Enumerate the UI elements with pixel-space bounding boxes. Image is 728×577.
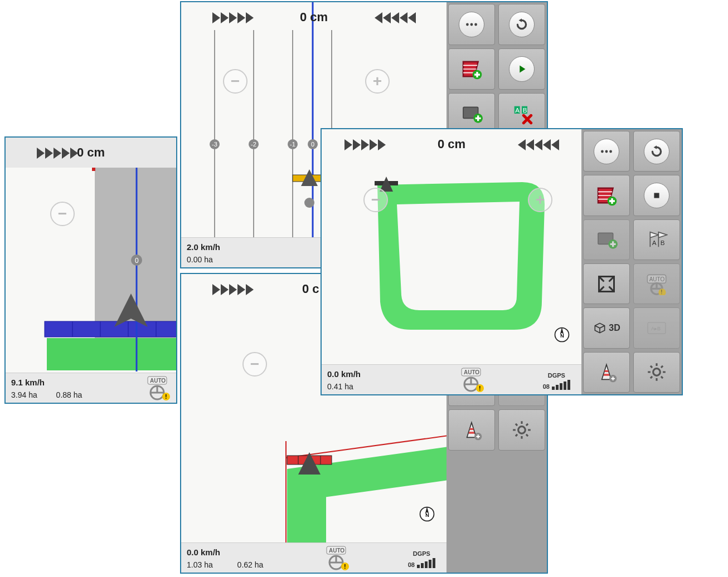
- zoom-in-button[interactable]: +: [528, 188, 552, 212]
- area-readout: 0.00 ha: [187, 255, 213, 264]
- add-screen-button-disabled: [583, 219, 630, 260]
- ab-flag-button[interactable]: [633, 219, 680, 260]
- deviation-arrows-right: [374, 9, 416, 27]
- svg-rect-54: [45, 321, 176, 337]
- deviation-arrows-left: [212, 281, 254, 299]
- settings-button[interactable]: [633, 352, 680, 393]
- svg-text:0: 0: [311, 141, 314, 148]
- zoom-out-button[interactable]: −: [223, 69, 247, 94]
- svg-text:-3: -3: [212, 141, 217, 148]
- svg-point-40: [304, 198, 314, 208]
- speed-readout: 2.0 km/h: [187, 242, 321, 252]
- obstacle-button[interactable]: [583, 352, 630, 393]
- deviation-value: 0 c: [302, 282, 319, 296]
- area-total: 3.94 ha: [11, 390, 37, 399]
- zoom-in-button[interactable]: +: [365, 69, 390, 94]
- dgps-status: DGPS 08: [543, 372, 570, 390]
- map-view-2[interactable]: 0 − 0 cm 9.1 km/h 3.94 ha 0.88 ha: [6, 138, 176, 403]
- compass-icon: [418, 505, 436, 524]
- back-button[interactable]: [633, 131, 680, 172]
- more-button[interactable]: [583, 131, 630, 172]
- add-field-button[interactable]: [583, 175, 630, 216]
- fullscreen-button[interactable]: [583, 263, 630, 304]
- stop-button[interactable]: [633, 175, 680, 216]
- window-section-control: 0 − 0 cm 9.1 km/h 3.94 ha 0.88 ha: [4, 136, 177, 404]
- autosteer-status-icon: [145, 376, 173, 400]
- view-3d-button[interactable]: 3D: [583, 307, 630, 348]
- svg-rect-53: [47, 338, 176, 370]
- deviation-arrows-right: [517, 136, 559, 154]
- dgps-status: DGPS 08: [408, 550, 435, 568]
- ab-line-button-disabled: A▸B: [633, 307, 680, 348]
- more-button[interactable]: [448, 4, 495, 45]
- add-field-button[interactable]: [448, 48, 495, 90]
- deviation-readout-4: 0 cm: [322, 129, 581, 159]
- deviation-readout-2: 0 cm: [6, 138, 176, 168]
- zoom-out-button[interactable]: −: [242, 352, 267, 376]
- info-bar-3: 0.0 km/h 1.03 ha 0.62 ha DGPS 08: [181, 542, 446, 573]
- window-headland: − + 0 cm 0.0 km/h 0.41 ha DGPS 08: [321, 128, 683, 395]
- zoom-out-button[interactable]: −: [363, 188, 388, 212]
- autosteer-status-icon: [459, 368, 487, 392]
- svg-text:-1: -1: [290, 141, 295, 148]
- compass-icon: [552, 325, 571, 344]
- area-readout: 0.41 ha: [327, 382, 353, 391]
- autosteer-button-disabled: [633, 263, 680, 304]
- settings-button[interactable]: [498, 409, 545, 451]
- area-remaining: 0.62 ha: [237, 560, 264, 569]
- svg-text:0: 0: [135, 257, 139, 265]
- deviation-arrows-left: [36, 144, 78, 163]
- zoom-out-button[interactable]: −: [50, 202, 75, 226]
- deviation-arrows-left: [344, 136, 386, 154]
- deviation-readout-1: 0 cm: [181, 2, 446, 32]
- speed-readout: 0.0 km/h: [187, 547, 441, 557]
- info-bar-1: 2.0 km/h 0.00 ha: [181, 237, 326, 267]
- map-view-4[interactable]: − + 0 cm 0.0 km/h 0.41 ha DGPS 08: [322, 129, 581, 394]
- area-remaining: 0.88 ha: [56, 390, 82, 399]
- obstacle-button[interactable]: [448, 409, 495, 451]
- deviation-arrows-left: [212, 9, 254, 27]
- play-button[interactable]: [498, 48, 545, 90]
- area-total: 1.03 ha: [187, 560, 213, 569]
- svg-text:-2: -2: [251, 141, 256, 148]
- back-button[interactable]: [498, 4, 545, 45]
- deviation-value: 0 cm: [300, 10, 328, 25]
- autosteer-status-icon: [324, 546, 352, 570]
- sidebar-4: 3D A▸B: [581, 129, 682, 394]
- deviation-value: 0 cm: [438, 137, 465, 151]
- deviation-value: 0 cm: [77, 145, 105, 160]
- info-bar-4: 0.0 km/h 0.41 ha DGPS 08: [322, 364, 581, 394]
- svg-text:A▸B: A▸B: [651, 326, 661, 331]
- speed-readout: 0.0 km/h: [327, 369, 576, 379]
- info-bar-2: 9.1 km/h 3.94 ha 0.88 ha: [6, 373, 176, 403]
